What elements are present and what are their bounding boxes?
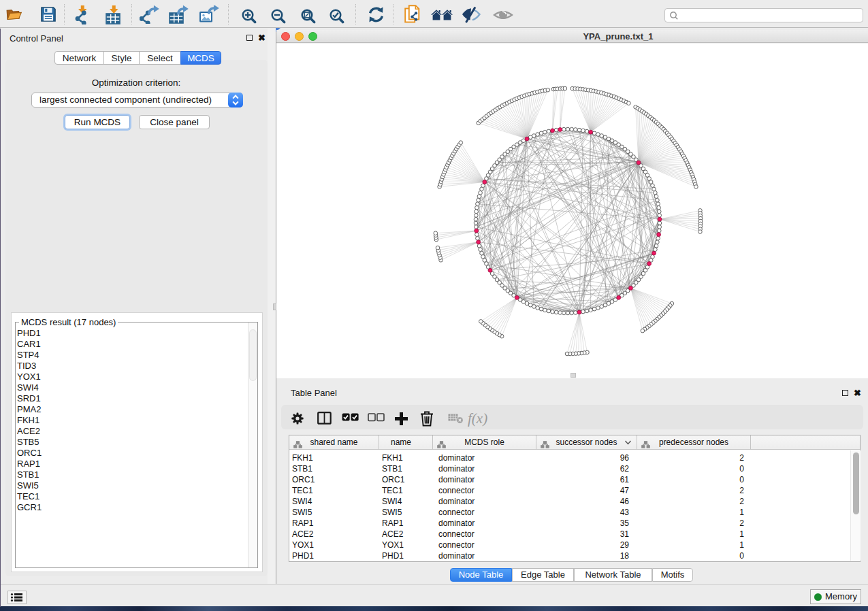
svg-text:f(x): f(x)	[468, 410, 487, 427]
